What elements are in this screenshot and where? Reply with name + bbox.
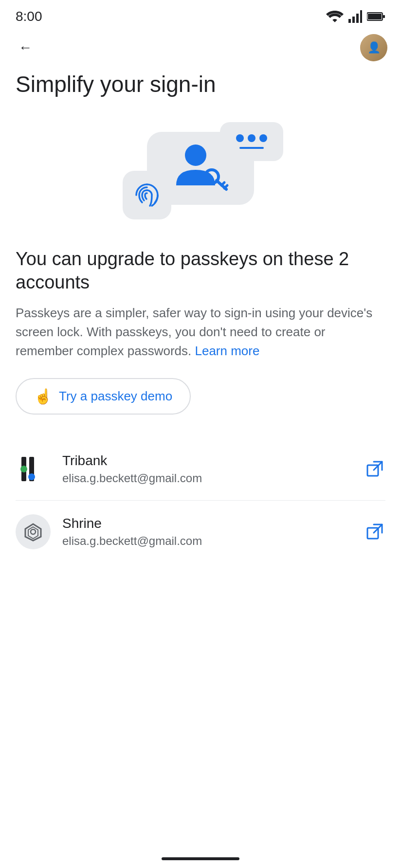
external-link-icon-2 [366,523,383,541]
shrine-external-link-button[interactable] [364,521,385,542]
svg-point-15 [28,473,35,480]
svg-rect-6 [383,15,385,18]
svg-point-7 [185,145,206,166]
password-line [239,147,264,149]
svg-rect-0 [348,19,351,23]
svg-rect-2 [356,14,359,23]
external-link-icon [366,460,383,478]
shrine-account-item: Shrine elisa.g.beckett@gmail.com [16,501,385,563]
password-dot-2 [248,134,255,142]
status-bar: 8:00 [0,0,401,29]
tribank-external-link-button[interactable] [364,458,385,480]
description-body: Passkeys are a simpler, safer way to sig… [16,306,372,358]
back-button[interactable]: ← [14,36,37,59]
wifi-icon [326,10,344,23]
battery-icon [367,12,385,21]
page-title: Simplify your sign-in [16,71,385,98]
svg-point-20 [31,529,36,534]
fingerprint-icon [132,181,162,210]
avatar-image: 👤 [360,34,387,61]
shrine-logo-icon [23,522,43,542]
demo-button-label: Try a passkey demo [59,389,172,404]
description-text: Passkeys are a simpler, safer way to sig… [16,304,385,361]
try-passkey-demo-button[interactable]: ☝ Try a passkey demo [16,378,191,415]
tribank-account-info: Tribank elisa.g.beckett@gmail.com [62,453,352,485]
svg-line-10 [221,182,224,185]
shrine-account-email: elisa.g.beckett@gmail.com [62,534,352,548]
avatar[interactable]: 👤 [360,34,387,61]
status-icons [326,10,385,23]
shrine-account-info: Shrine elisa.g.beckett@gmail.com [62,516,352,548]
main-content: Simplify your sign-in [0,71,401,563]
tribank-logo-icon [20,454,46,484]
dots-row [236,134,267,142]
svg-rect-5 [368,14,382,19]
svg-point-14 [20,466,27,472]
learn-more-link[interactable]: Learn more [195,344,259,358]
fingerprint-bubble [123,171,171,219]
password-dot-1 [236,134,244,142]
password-content [236,134,267,149]
home-indicator [162,857,239,860]
tribank-logo [16,452,51,487]
shrine-logo-circle [16,514,51,549]
tribank-account-name: Tribank [62,453,352,469]
signal-icon [348,10,362,23]
svg-rect-1 [352,17,355,23]
illustration-container [113,122,288,219]
svg-marker-19 [28,527,38,539]
shrine-account-name: Shrine [62,516,352,531]
shrine-logo [16,514,51,549]
account-list: Tribank elisa.g.beckett@gmail.com [16,438,385,563]
password-bubble [220,122,283,161]
heading-section: You can upgrade to passkeys on these 2 a… [16,248,385,361]
back-arrow-icon: ← [18,40,32,55]
password-dot-3 [259,134,267,142]
svg-rect-3 [360,10,362,23]
status-time: 8:00 [16,9,42,24]
main-heading: You can upgrade to passkeys on these 2 a… [16,248,385,294]
tribank-account-item: Tribank elisa.g.beckett@gmail.com [16,438,385,501]
tribank-account-email: elisa.g.beckett@gmail.com [62,471,352,485]
top-nav: ← 👤 [0,29,401,71]
hand-icon: ☝ [34,388,52,405]
hero-illustration [16,117,385,224]
